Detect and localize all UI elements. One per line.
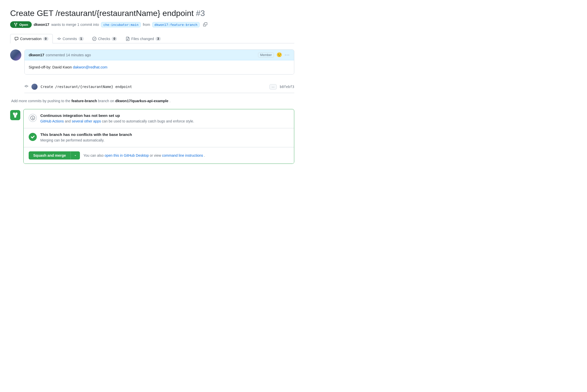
add-commits-middle: branch on — [98, 99, 115, 103]
no-conflicts-content: This branch has no conflicts with the ba… — [40, 132, 289, 143]
add-commits-repo-link[interactable]: dkwon17/quarkus-api-example — [115, 99, 168, 103]
commit-message: Create /restaurant/{restaurantName} endp… — [41, 85, 266, 89]
no-conflicts-title: This branch has no conflicts with the ba… — [40, 132, 289, 137]
add-commits-suffix: . — [169, 99, 170, 103]
tab-checks-label: Checks — [98, 37, 110, 41]
squash-merge-button[interactable]: Squash and merge — [29, 151, 80, 159]
comment-body: Signed-off-by: David Kwon dakwon@redhat.… — [25, 60, 294, 74]
comment-author[interactable]: dkwon17 — [29, 53, 44, 57]
comment-time: commented 14 minutes ago — [46, 53, 91, 57]
merge-note-suffix: . — [204, 153, 205, 157]
open-badge: Open — [10, 21, 32, 28]
tab-files-changed-count: 3 — [156, 37, 161, 41]
avatar — [10, 49, 21, 61]
pr-tabs: Conversation 0 Commits 1 Checks 0 Files … — [10, 34, 294, 43]
commit-graph-dot — [24, 84, 28, 89]
add-commits-prefix: Add more commits by pushing to the — [11, 99, 72, 103]
pr-title: Create GET /restaurant/{restaurantName} … — [10, 8, 294, 18]
open-badge-label: Open — [19, 23, 28, 27]
tab-files-changed[interactable]: Files changed 3 — [121, 34, 165, 43]
base-branch-chip[interactable]: che-incubator:main — [101, 22, 141, 27]
pr-status-row: Open dkwon17 wants to merge 1 commit int… — [10, 21, 294, 28]
ci-desc-suffix: can be used to automatically catch bugs … — [102, 119, 194, 123]
file-diff-icon — [126, 37, 130, 41]
comment-email-link[interactable]: dakwon@redhat.com — [73, 65, 107, 69]
tab-commits-count: 1 — [79, 37, 84, 41]
tab-conversation[interactable]: Conversation 0 — [10, 34, 53, 43]
member-badge: Member — [258, 52, 274, 58]
copy-branch-icon[interactable] — [203, 22, 207, 27]
add-commits-branch: feature-branch — [72, 99, 97, 103]
ci-desc-middle: and — [65, 119, 72, 123]
comment-body-text: Signed-off-by: David Kwon — [29, 65, 73, 69]
pr-meta-text: wants to merge 1 commit into — [51, 23, 99, 27]
command-line-link[interactable]: command line instructions — [162, 153, 203, 157]
merge-icon-col — [10, 109, 23, 164]
ci-robot-icon — [30, 116, 35, 120]
merge-note-middle: or view — [150, 153, 162, 157]
ci-check-title: Continuous integration has not been set … — [40, 113, 289, 118]
git-merge-icon — [14, 23, 18, 27]
success-icon — [29, 133, 37, 141]
git-merge-check-icon — [13, 113, 18, 118]
commit-hash: b8febf3 — [280, 85, 294, 89]
merge-section: Continuous integration has not been set … — [10, 109, 294, 164]
tab-files-changed-label: Files changed — [131, 37, 154, 41]
squash-merge-dropdown[interactable] — [71, 152, 80, 159]
head-branch-chip[interactable]: dkwon17:feature-branch — [152, 22, 200, 27]
open-desktop-link[interactable]: open this in GitHub Desktop — [105, 153, 149, 157]
merge-icon-badge — [10, 110, 20, 120]
github-actions-link[interactable]: GitHub Actions — [40, 119, 64, 123]
emoji-button[interactable]: 🙂 — [277, 52, 282, 58]
ci-check-desc: GitHub Actions and several other apps ca… — [40, 119, 289, 124]
tab-commits[interactable]: Commits 1 — [53, 34, 88, 43]
tab-conversation-label: Conversation — [20, 37, 42, 41]
pr-from-label: from — [143, 23, 150, 27]
pr-title-text: Create GET /restaurant/{restaurantName} … — [10, 9, 194, 18]
merge-button-row: Squash and merge You can also open this … — [24, 147, 294, 164]
no-conflicts-check-item: This branch has no conflicts with the ba… — [24, 128, 294, 147]
merge-checks-box: Continuous integration has not been set … — [23, 109, 294, 164]
other-apps-link[interactable]: several other apps — [72, 119, 101, 123]
comment-more-button[interactable]: ··· — [285, 52, 290, 58]
commit-icon — [57, 37, 61, 41]
pr-user: dkwon17 — [34, 23, 49, 27]
comment-header: dkwon17 commented 14 minutes ago Member … — [25, 50, 294, 60]
commit-avatar — [31, 84, 38, 90]
checkmark-icon — [30, 135, 35, 139]
chevron-down-icon — [74, 154, 77, 157]
add-commits-notice: Add more commits by pushing to the featu… — [11, 98, 294, 104]
comment-box: dkwon17 commented 14 minutes ago Member … — [24, 49, 294, 75]
ci-icon — [29, 114, 37, 122]
commit-more-button[interactable]: ··· — [269, 84, 277, 90]
no-conflicts-desc: Merging can be performed automatically. — [40, 138, 289, 143]
comment-icon — [14, 37, 19, 41]
tab-commits-label: Commits — [63, 37, 77, 41]
squash-merge-label: Squash and merge — [29, 151, 71, 159]
comment-container: dkwon17 commented 14 minutes ago Member … — [10, 49, 294, 75]
ci-check-item: Continuous integration has not been set … — [24, 109, 294, 128]
tab-conversation-count: 0 — [43, 37, 48, 41]
check-icon — [92, 37, 96, 41]
tab-checks[interactable]: Checks 0 — [88, 34, 121, 43]
ci-check-content: Continuous integration has not been set … — [40, 113, 289, 124]
pr-number: #3 — [196, 9, 205, 18]
comment-header-right: Member 🙂 ··· — [258, 52, 290, 58]
commit-line: Create /restaurant/{restaurantName} endp… — [24, 81, 294, 93]
merge-note-prefix: You can also — [83, 153, 105, 157]
comment-header-left: dkwon17 commented 14 minutes ago — [29, 53, 91, 57]
merge-note: You can also open this in GitHub Desktop… — [83, 153, 205, 158]
tab-checks-count: 0 — [112, 37, 117, 41]
